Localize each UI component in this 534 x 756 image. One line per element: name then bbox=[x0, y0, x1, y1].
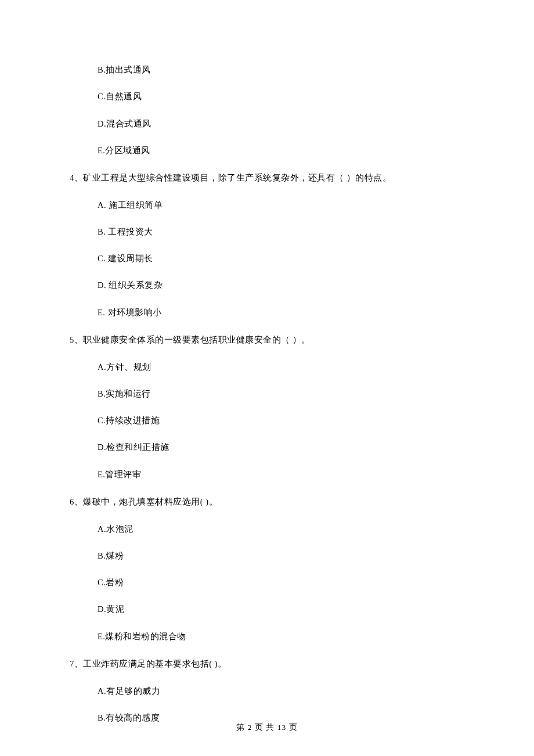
q6-option-b: B.煤粉 bbox=[70, 550, 464, 563]
q5-option-d: D.检查和纠正措施 bbox=[70, 441, 464, 454]
q3-option-d: D.混合式通风 bbox=[70, 118, 464, 131]
q4-option-d: D. 组织关系复杂 bbox=[70, 279, 464, 292]
q5-option-b: B.实施和运行 bbox=[70, 388, 464, 401]
q3-option-b: B.抽出式通风 bbox=[70, 64, 464, 77]
q5-option-a: A.方针、规划 bbox=[70, 361, 464, 374]
q6-option-c: C.岩粉 bbox=[70, 577, 464, 589]
q5-option-e: E.管理评审 bbox=[70, 469, 464, 481]
q4-option-e: E. 对环境影响小 bbox=[70, 307, 464, 319]
q4-option-a: A. 施工组织简单 bbox=[70, 199, 464, 212]
q6-option-a: A.水泡泥 bbox=[70, 523, 464, 536]
q7-option-a: A.有足够的威力 bbox=[70, 685, 464, 698]
q6-option-d: D.黄泥 bbox=[70, 603, 464, 616]
q7-stem: 7、工业炸药应满足的基本要求包括( )。 bbox=[70, 657, 464, 671]
q6-option-e: E.煤粉和岩粉的混合物 bbox=[70, 631, 464, 643]
q4-stem: 4、矿业工程是大型综合性建设项目，除了生产系统复杂外，还具有（ ）的特点。 bbox=[70, 171, 464, 185]
page-footer: 第 2 页 共 13 页 bbox=[0, 722, 534, 733]
q4-option-c: C. 建设周期长 bbox=[70, 253, 464, 265]
q5-option-c: C.持续改进措施 bbox=[70, 415, 464, 427]
q4-option-b: B. 工程投资大 bbox=[70, 226, 464, 239]
q3-option-e: E.分区域通风 bbox=[70, 145, 464, 157]
q5-stem: 5、职业健康安全体系的一级要素包括职业健康安全的（ ）。 bbox=[70, 333, 464, 347]
q3-option-c: C.自然通风 bbox=[70, 91, 464, 103]
q6-stem: 6、爆破中，炮孔填塞材料应选用( )。 bbox=[70, 495, 464, 509]
